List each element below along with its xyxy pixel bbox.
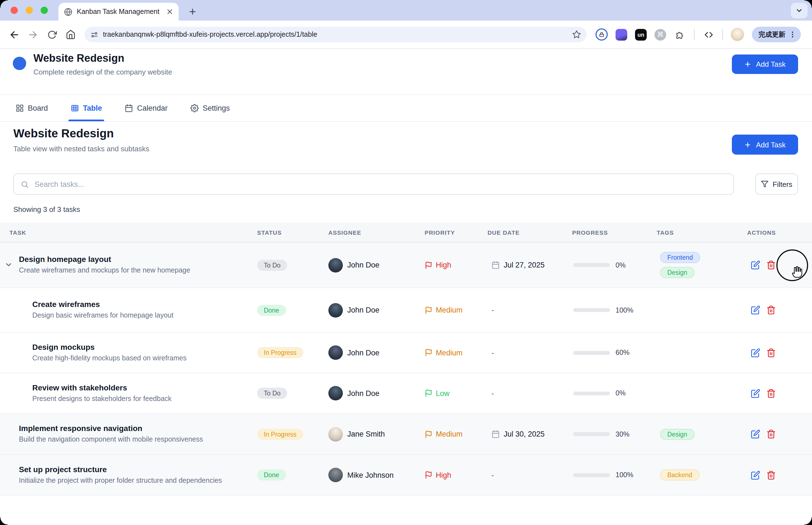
assignee-name: John Doe — [347, 348, 380, 357]
task-cell: Set up project structureInitialize the p… — [0, 465, 257, 485]
search-input[interactable] — [34, 180, 727, 188]
assignee-avatar — [328, 427, 343, 441]
edit-task-button[interactable] — [751, 305, 760, 315]
column-header-actions: Actions — [746, 229, 785, 236]
assignee-name: John Doe — [347, 389, 380, 397]
edit-task-button[interactable] — [751, 260, 760, 270]
due-date-empty: - — [491, 348, 494, 357]
due-date-empty: - — [491, 471, 494, 479]
progress-percent: 100% — [615, 306, 633, 314]
progress-track — [573, 263, 610, 267]
close-tab-icon[interactable] — [166, 8, 173, 15]
delete-task-button[interactable] — [766, 470, 776, 480]
edit-icon — [751, 260, 760, 270]
priority-label: Medium — [436, 430, 463, 438]
tab-label: Calendar — [137, 104, 168, 112]
add-task-button[interactable]: Add Task — [732, 55, 798, 74]
close-window-button[interactable] — [11, 7, 18, 14]
status-cell: Done — [257, 304, 328, 316]
search-box[interactable] — [13, 174, 734, 195]
priority-cell: High — [425, 261, 488, 269]
traffic-lights — [11, 7, 48, 14]
task-title: Implement responsive navigation — [19, 424, 203, 434]
add-task-button[interactable]: Add Task — [732, 135, 798, 155]
purple-extension-icon[interactable] — [615, 29, 627, 40]
actions-cell — [746, 389, 785, 398]
minimize-window-button[interactable] — [26, 7, 33, 14]
home-button[interactable] — [61, 25, 80, 44]
column-header-due-date: Due Date — [488, 229, 572, 236]
address-bar[interactable]: traekanbanqnwk-p8lqmftbd-xufeis-projects… — [85, 27, 586, 42]
extensions-puzzle-icon[interactable] — [674, 28, 686, 41]
tab-table[interactable]: Table — [71, 95, 102, 121]
due-date-calendar-icon — [491, 430, 500, 438]
task-cell: Create wireframesDesign basic wireframes… — [0, 300, 257, 320]
browser-update-button[interactable]: 完成更新 — [752, 27, 801, 42]
edit-task-button[interactable] — [751, 389, 760, 398]
un-extension-icon[interactable]: un — [635, 29, 647, 40]
page-title: Website Redesign — [13, 127, 114, 140]
edit-task-button[interactable] — [751, 348, 760, 357]
due-date-cell: - — [488, 306, 572, 314]
calendar-icon — [125, 104, 133, 112]
progress-cell: 100% — [572, 471, 657, 479]
table-row[interactable]: Set up project structureInitialize the p… — [0, 455, 812, 496]
table-row[interactable]: Implement responsive navigationBuild the… — [0, 414, 812, 455]
task-expand-chevron-icon[interactable] — [4, 261, 13, 269]
priority-flag-icon — [425, 430, 432, 438]
edit-task-button[interactable] — [751, 429, 760, 439]
command-extension-icon[interactable]: ⌘ — [654, 29, 666, 40]
hand-cursor-icon — [791, 265, 804, 278]
assignee-avatar — [328, 386, 343, 401]
delete-task-button[interactable] — [766, 348, 776, 357]
zoom-window-button[interactable] — [41, 7, 48, 14]
tab-search-button[interactable] — [791, 3, 808, 18]
task-title: Create wireframes — [32, 300, 173, 310]
devtools-code-icon[interactable] — [702, 28, 715, 41]
task-text: Review with stakeholdersPresent designs … — [0, 383, 171, 404]
filters-button[interactable]: Filters — [755, 174, 798, 195]
table-row[interactable]: Create wireframesDesign basic wireframes… — [0, 288, 812, 333]
edit-task-button[interactable] — [751, 470, 760, 480]
delete-task-button[interactable] — [766, 260, 776, 270]
tab-board[interactable]: Board — [16, 95, 48, 121]
assignee-avatar — [328, 345, 343, 360]
delete-task-button[interactable] — [766, 305, 776, 315]
plus-icon — [744, 141, 752, 148]
table-row[interactable]: Review with stakeholdersPresent designs … — [0, 373, 812, 414]
edit-icon — [751, 389, 760, 398]
tags-cell: Design — [657, 429, 746, 440]
assignee-name: Mike Johnson — [347, 471, 394, 479]
edit-icon — [751, 470, 760, 480]
filter-funnel-icon — [761, 180, 769, 188]
assignee-name: John Doe — [347, 306, 380, 314]
chrome-menu-kebab-icon[interactable] — [788, 31, 796, 39]
task-text: Implement responsive navigationBuild the… — [0, 424, 203, 444]
task-description: Create high-fidelity mockups based on wi… — [32, 354, 186, 363]
delete-task-button[interactable] — [766, 429, 776, 439]
tab-calendar[interactable]: Calendar — [125, 95, 168, 121]
tab-settings[interactable]: Settings — [190, 95, 230, 121]
site-info-icon[interactable] — [90, 30, 99, 39]
back-button[interactable] — [4, 25, 24, 44]
new-tab-button[interactable] — [186, 5, 199, 18]
priority-flag-icon — [425, 389, 432, 397]
reload-button[interactable] — [42, 25, 61, 44]
toolbar-divider — [722, 29, 723, 40]
profile-avatar[interactable] — [731, 28, 744, 41]
table-row[interactable]: Design mockupsCreate high-fidelity mocku… — [0, 333, 812, 373]
table-row[interactable]: Design homepage layoutCreate wireframes … — [0, 242, 812, 288]
column-header-progress: Progress — [572, 229, 657, 236]
toolbar-divider — [694, 29, 695, 40]
globe-favicon-icon — [64, 7, 72, 16]
column-header-status: Status — [257, 229, 328, 236]
password-manager-extension-icon[interactable] — [595, 28, 608, 41]
delete-task-button[interactable] — [766, 389, 776, 398]
forward-button[interactable] — [24, 25, 42, 44]
progress-cell: 60% — [572, 349, 657, 357]
bookmark-star-icon[interactable] — [572, 30, 581, 39]
progress-cell: 0% — [572, 389, 657, 397]
page-subtitle: Table view with nested tasks and subtask… — [13, 145, 149, 153]
url-text[interactable]: traekanbanqnwk-p8lqmftbd-xufeis-projects… — [103, 31, 572, 39]
browser-tab[interactable]: Kanban Task Management — [58, 3, 179, 20]
